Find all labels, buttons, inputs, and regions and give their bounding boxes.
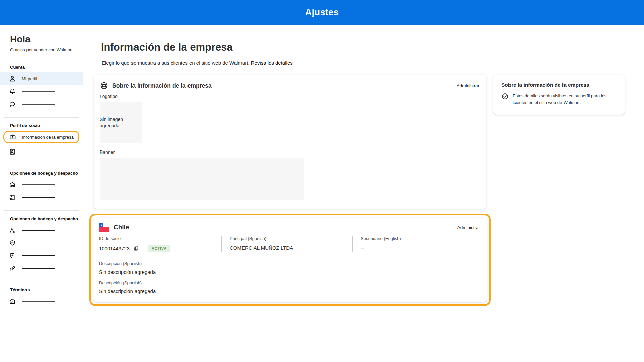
top-header-bar: Ajustes bbox=[0, 0, 644, 25]
primary-name-value: COMERCIAL MUÑOZ LTDA bbox=[230, 245, 352, 251]
sidebar-item-warehouse[interactable] bbox=[0, 178, 83, 191]
copy-id-button[interactable] bbox=[133, 246, 139, 251]
partner-id-label: ID de socio bbox=[99, 236, 221, 241]
redacted-label bbox=[22, 301, 55, 302]
divider bbox=[4, 165, 79, 165]
sidebar-item-policies[interactable] bbox=[0, 249, 83, 262]
redacted-label bbox=[22, 104, 55, 105]
secondary-name-value: -- bbox=[361, 245, 401, 251]
user-arrow-icon bbox=[9, 227, 16, 234]
market-card-highlight-ring: ★ Chile Administrar ID de socio 10001443… bbox=[89, 214, 491, 306]
redacted-label bbox=[22, 255, 55, 256]
sidebar-item-contact-card[interactable] bbox=[0, 145, 83, 158]
redacted-label bbox=[22, 230, 55, 231]
banner-label: Banner bbox=[100, 149, 479, 155]
description-2-value: Sin descripción agregada bbox=[99, 288, 480, 294]
home-icon bbox=[9, 298, 16, 305]
id-card-icon bbox=[9, 148, 16, 156]
sidebar-item-shipping[interactable] bbox=[0, 191, 83, 204]
partner-id-value: 10001443723 bbox=[99, 246, 130, 251]
sidebar-item-messages[interactable] bbox=[0, 98, 83, 111]
shield-check-icon bbox=[9, 239, 16, 247]
redacted-label bbox=[22, 197, 55, 198]
sidebar-item-mi-perfil[interactable]: Mi perfil bbox=[0, 72, 83, 85]
redacted-label bbox=[22, 152, 55, 152]
sidebar-item-terms[interactable] bbox=[0, 295, 83, 308]
check-circle-icon bbox=[501, 93, 509, 100]
info-panel: Sobre la información de la empresa Estos… bbox=[493, 75, 625, 115]
sidebar-section-cuenta: Cuenta bbox=[10, 65, 83, 70]
chile-market-card: ★ Chile Administrar ID de socio 10001443… bbox=[93, 218, 487, 302]
manage-market-link[interactable]: Administrar bbox=[457, 225, 480, 230]
logo-placeholder-text: Sin imagen agregada bbox=[100, 116, 142, 129]
sidebar-item-label: Información de la empresa bbox=[22, 135, 74, 140]
redacted-label bbox=[22, 91, 55, 92]
manage-company-info-link[interactable]: Administrar bbox=[457, 83, 479, 88]
divider bbox=[4, 59, 79, 59]
redacted-label bbox=[22, 243, 55, 243]
description-1-value: Sin descripción agregada bbox=[99, 269, 480, 275]
sidebar-item-informacion-empresa[interactable]: Información de la empresa bbox=[3, 131, 79, 143]
sidebar-section-perfil-de-socio: Perfil de socio bbox=[10, 123, 83, 128]
app-window: Ajustes Hola Gracias por vender con Walm… bbox=[0, 0, 644, 362]
main-content: Información de la empresa Elegir lo que … bbox=[84, 25, 644, 362]
chat-icon bbox=[9, 101, 16, 108]
user-icon bbox=[9, 75, 16, 82]
sidebar-item-notifications[interactable] bbox=[0, 85, 83, 98]
page-subtitle-text: Elegir lo que se muestra a sus clientes … bbox=[102, 60, 249, 66]
sidebar-item-label: Mi perfil bbox=[22, 76, 37, 81]
bell-icon bbox=[9, 88, 16, 95]
status-badge: ACTIVA bbox=[148, 245, 170, 252]
review-details-link[interactable]: Revisa los detalles bbox=[251, 60, 293, 66]
sidebar: Hola Gracias por vender con Walmart Cuen… bbox=[0, 25, 83, 362]
logo-label: Logotipo bbox=[100, 94, 479, 99]
divider bbox=[4, 117, 79, 118]
copy-icon bbox=[133, 246, 139, 251]
logo-placeholder: Sin imagen agregada bbox=[100, 102, 142, 143]
sidebar-section-terminos: Términos bbox=[10, 287, 83, 292]
description-2-label: Descripción (Spanish) bbox=[99, 280, 480, 285]
page-subtitle: Elegir lo que se muestra a sus clientes … bbox=[102, 60, 644, 66]
briefcase-icon bbox=[9, 133, 16, 141]
link-icon bbox=[9, 265, 16, 272]
warehouse-icon bbox=[9, 181, 16, 188]
card-title: Sobre la información de la empresa bbox=[112, 82, 212, 89]
document-icon bbox=[9, 252, 16, 259]
page-title: Información de la empresa bbox=[101, 41, 644, 53]
sidebar-section-bodega-1: Opciones de bodega y despacho bbox=[10, 171, 83, 176]
sidebar-section-bodega-2: Opciones de bodega y despacho bbox=[10, 216, 83, 221]
secondary-name-label: Secundario (English) bbox=[361, 236, 401, 241]
description-1-label: Descripción (Spanish) bbox=[99, 261, 480, 266]
sidebar-item-security[interactable] bbox=[0, 237, 83, 249]
primary-name-label: Principal (Spanish) bbox=[230, 236, 352, 241]
market-country-name: Chile bbox=[114, 224, 129, 231]
sidebar-item-user-management[interactable] bbox=[0, 224, 83, 237]
globe-icon bbox=[100, 81, 108, 90]
redacted-label bbox=[22, 268, 55, 269]
info-panel-title: Sobre la información de la empresa bbox=[501, 82, 616, 88]
sidebar-item-links[interactable] bbox=[0, 262, 83, 275]
company-info-card: Sobre la información de la empresa Admin… bbox=[94, 75, 486, 209]
chile-flag-icon: ★ bbox=[99, 223, 109, 232]
sidebar-tagline: Gracias por vender con Walmart bbox=[10, 47, 83, 52]
info-panel-text: Estos detalles serán visibles en su perf… bbox=[513, 93, 615, 106]
divider bbox=[4, 282, 79, 282]
redacted-label bbox=[22, 184, 55, 185]
sidebar-greeting: Hola bbox=[10, 34, 83, 45]
page-header-title: Ajustes bbox=[305, 7, 339, 18]
divider bbox=[4, 210, 79, 211]
delivery-box-icon bbox=[9, 194, 16, 201]
banner-placeholder bbox=[100, 158, 304, 200]
